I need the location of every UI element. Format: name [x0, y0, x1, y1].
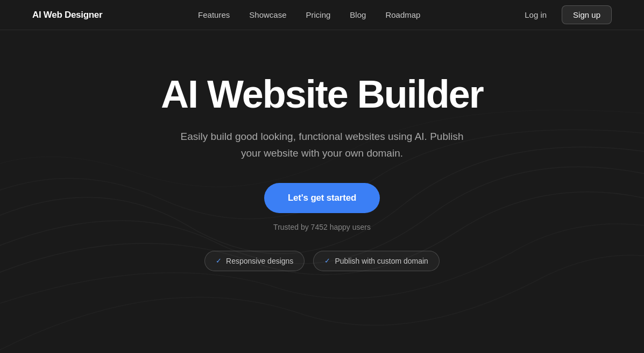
cta-button[interactable]: Let's get started — [264, 183, 380, 213]
badge-responsive-label: Responsive designs — [226, 257, 293, 265]
brand-logo: AI Web Designer — [32, 10, 102, 20]
signup-button[interactable]: Sign up — [562, 5, 612, 24]
nav-actions: Log in Sign up — [516, 5, 612, 24]
hero-title: AI Website Builder — [161, 73, 483, 116]
nav-links: Features Showcase Pricing Blog Roadmap — [198, 10, 420, 20]
nav-pricing[interactable]: Pricing — [306, 10, 331, 19]
nav-features[interactable]: Features — [198, 10, 230, 19]
hero-section: AI Website Builder Easily build good loo… — [0, 30, 644, 271]
check-icon-2: ✓ — [324, 257, 330, 265]
badge-responsive: ✓ Responsive designs — [204, 251, 305, 271]
login-button[interactable]: Log in — [516, 6, 555, 24]
navbar: AI Web Designer Features Showcase Pricin… — [0, 0, 644, 30]
nav-blog[interactable]: Blog — [350, 10, 366, 19]
check-icon-1: ✓ — [216, 257, 222, 265]
nav-showcase[interactable]: Showcase — [249, 10, 286, 19]
badge-custom-domain: ✓ Publish with custom domain — [313, 251, 440, 271]
feature-badges: ✓ Responsive designs ✓ Publish with cust… — [204, 251, 440, 271]
hero-subtitle: Easily build good looking, functional we… — [172, 129, 473, 161]
trusted-users-text: Trusted by 7452 happy users — [273, 223, 371, 231]
nav-roadmap[interactable]: Roadmap — [385, 10, 420, 19]
badge-custom-domain-label: Publish with custom domain — [335, 257, 428, 265]
